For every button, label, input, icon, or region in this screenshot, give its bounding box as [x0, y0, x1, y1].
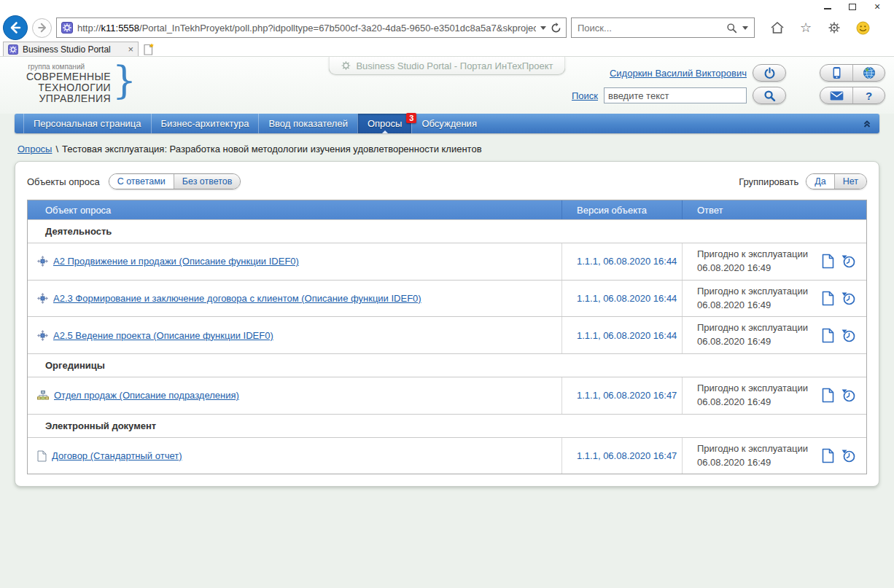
user-name-link[interactable]: Сидоркин Василий Викторович [610, 68, 747, 79]
object-link[interactable]: А2.5 Ведение проекта (Описание функции I… [53, 330, 273, 341]
group-yes-button[interactable]: Да [806, 174, 833, 189]
smiley-icon [856, 21, 870, 35]
answer-document-button[interactable] [822, 328, 834, 343]
mobile-phone-icon [832, 66, 841, 79]
search-icon[interactable] [726, 23, 737, 34]
address-dropdown-icon[interactable] [540, 26, 546, 30]
idef0-function-icon [37, 330, 48, 341]
answer-history-button[interactable] [841, 291, 856, 306]
help-button[interactable]: ? [852, 87, 885, 103]
object-link[interactable]: Договор (Стандартный отчет) [52, 450, 182, 461]
filter-without-answers-button[interactable]: Без ответов [174, 174, 241, 189]
object-link[interactable]: А2 Продвижение и продажи (Описание функц… [53, 256, 299, 267]
answer-history-button[interactable] [841, 254, 856, 269]
nav-tab[interactable]: Обсуждения [411, 114, 486, 133]
idef0-function-icon [37, 256, 48, 267]
object-version[interactable]: 1.1.1, 06.08.2020 16:44 [561, 243, 682, 280]
table-row: Договор (Стандартный отчет)1.1.1, 06.08.… [28, 437, 866, 474]
close-icon: × [874, 1, 880, 12]
portal-gear-icon [341, 60, 351, 71]
refresh-icon[interactable] [551, 23, 561, 34]
browser-search-input[interactable] [578, 23, 721, 34]
company-logo: группа компаний СОВРЕМЕННЫЕ ТЕХНОЛОГИИ У… [26, 63, 136, 104]
group-no-button[interactable]: Нет [834, 174, 866, 189]
home-icon [770, 21, 785, 34]
answer-history-button[interactable] [841, 388, 856, 403]
table-body: ДеятельностьА2 Продвижение и продажи (Оп… [28, 219, 866, 474]
minimize-button[interactable] [815, 1, 840, 12]
report-document-icon [37, 450, 47, 462]
forward-arrow-icon [36, 22, 48, 34]
window-titlebar: × [0, 0, 894, 13]
portal-search-input[interactable] [604, 87, 747, 103]
org-unit-icon [37, 391, 49, 401]
browser-tab-row: Business Studio Portal × [0, 42, 894, 57]
answer-document-button[interactable] [822, 448, 834, 463]
browser-search-box[interactable] [571, 17, 755, 38]
gear-icon [828, 21, 841, 34]
object-version[interactable]: 1.1.1, 06.08.2020 16:44 [561, 281, 682, 317]
feedback-button[interactable] [855, 20, 871, 36]
answer-history-button[interactable] [841, 328, 856, 343]
portal-search-button[interactable] [753, 87, 785, 103]
group-header-row: Деятельность [28, 219, 866, 243]
nav-tab[interactable]: Ввод показателей [258, 114, 357, 133]
object-link[interactable]: Отдел продаж (Описание подразделения) [54, 390, 239, 401]
nav-tab[interactable]: Опросы3 [357, 114, 411, 133]
object-version[interactable]: 1.1.1, 06.08.2020 16:47 [561, 377, 682, 414]
back-button[interactable] [3, 15, 28, 40]
new-tab-button[interactable] [139, 42, 159, 56]
breadcrumb-root-link[interactable]: Опросы [18, 144, 52, 154]
new-tab-icon [143, 43, 155, 56]
answer-history-button[interactable] [841, 448, 856, 463]
answer-text: Пригодно к эксплуатации06.08.2020 16:49 [697, 248, 808, 275]
panel-toolbar: Объекты опроса С ответами Без ответов Гр… [27, 173, 867, 189]
home-button[interactable] [769, 20, 785, 36]
back-arrow-icon [8, 20, 23, 35]
answer-text: Пригодно к эксплуатации06.08.2020 16:49 [697, 382, 808, 409]
logout-button[interactable] [753, 65, 785, 81]
object-version[interactable]: 1.1.1, 06.08.2020 16:44 [561, 317, 682, 353]
answer-document-button[interactable] [822, 388, 834, 403]
close-button[interactable]: × [865, 1, 890, 12]
table-row: А2 Продвижение и продажи (Описание функц… [28, 243, 866, 280]
search-icon [763, 90, 776, 102]
settings-button[interactable] [826, 20, 842, 36]
forward-button[interactable] [32, 18, 52, 38]
logo-brace: } [112, 63, 136, 98]
portal-search-link[interactable]: Поиск [572, 90, 598, 101]
browser-window: × http://k11:5558/Portal_InTekhProyekt/p… [0, 0, 894, 588]
browser-address-row: http://k11:5558/Portal_InTekhProyekt/pol… [0, 13, 894, 42]
object-link[interactable]: А2.3 Формирование и заключение договора … [53, 293, 421, 304]
search-dropdown-icon[interactable] [742, 26, 748, 30]
table-header-row: Объект опроса Версия объекта Ответ [28, 200, 866, 219]
breadcrumb-current: Тестовая эксплуатация: Разработка новой … [62, 144, 481, 154]
notification-badge: 3 [406, 113, 416, 123]
mobile-version-button[interactable] [820, 65, 852, 81]
user-block: Сидоркин Василий Викторович Поиск [572, 64, 885, 104]
nav-tab[interactable]: Бизнес-архитектура [151, 114, 259, 133]
logo-line: УПРАВЛЕНИЯ [39, 93, 111, 104]
envelope-icon [830, 91, 844, 101]
answer-document-button[interactable] [822, 254, 834, 269]
main-nav: Персональная страницаБизнес-архитектураВ… [15, 114, 879, 133]
content-panel: Объекты опроса С ответами Без ответов Гр… [15, 161, 879, 487]
favorites-button[interactable]: ☆ [798, 20, 814, 36]
nav-tab-label: Персональная страница [34, 118, 141, 129]
nav-tab[interactable]: Персональная страница [23, 114, 151, 133]
nav-tab-label: Опросы [368, 118, 402, 129]
double-chevron-up-icon [863, 119, 871, 128]
answer-document-button[interactable] [822, 291, 834, 306]
nav-collapse-button[interactable] [855, 114, 879, 133]
table-row: А2.3 Формирование и заключение договора … [28, 280, 866, 317]
minimize-icon [824, 8, 831, 9]
object-version[interactable]: 1.1.1, 06.08.2020 16:47 [561, 438, 682, 474]
filter-with-answers-button[interactable]: С ответами [109, 174, 174, 189]
messages-button[interactable] [820, 87, 852, 103]
browser-tab[interactable]: Business Studio Portal × [3, 42, 139, 56]
language-button[interactable] [852, 65, 885, 81]
address-bar[interactable]: http://k11:5558/Portal_InTekhProyekt/pol… [56, 17, 567, 38]
tab-close-icon[interactable]: × [128, 44, 133, 54]
group-header-row: Электронный документ [28, 414, 866, 437]
maximize-button[interactable] [840, 1, 865, 12]
